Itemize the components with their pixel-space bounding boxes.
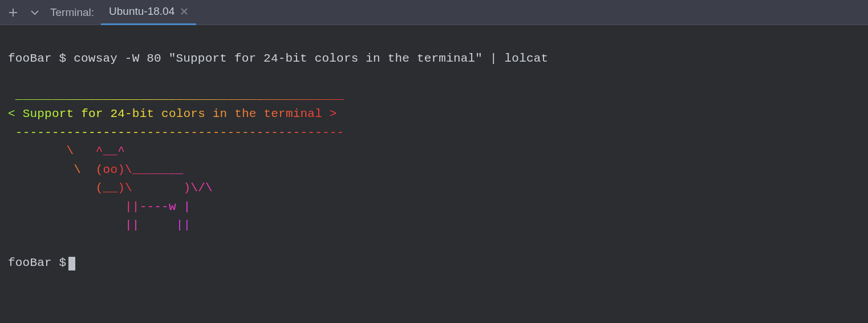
prompt-text: fooBar $ xyxy=(8,256,66,269)
plus-icon xyxy=(8,7,18,18)
cowsay-line: || || xyxy=(8,216,860,235)
terminal-tab-label: Ubuntu-18.04 xyxy=(109,5,175,18)
close-tab-button[interactable] xyxy=(180,7,188,15)
cowsay-line: ________________________________________… xyxy=(8,87,860,106)
close-icon xyxy=(180,7,188,15)
cowsay-output: ________________________________________… xyxy=(8,87,860,235)
tab-dropdown-button[interactable] xyxy=(25,3,44,22)
terminal-titlebar: Terminal: Ubuntu-18.04 xyxy=(0,0,868,25)
terminal-tab[interactable]: Ubuntu-18.04 xyxy=(101,0,196,25)
command-line: fooBar $ cowsay -W 80 "Support for 24-bi… xyxy=(8,50,860,68)
prompt-text: fooBar $ xyxy=(8,52,66,65)
cowsay-line: ----------------------------------------… xyxy=(8,124,860,143)
terminal-output[interactable]: fooBar $ cowsay -W 80 "Support for 24-bi… xyxy=(0,25,868,297)
command-text: cowsay -W 80 "Support for 24-bit colors … xyxy=(74,52,548,65)
terminal-title-label: Terminal: xyxy=(50,6,94,19)
cowsay-line: \ ^__^ xyxy=(8,142,860,161)
cowsay-line: ||----w | xyxy=(8,198,860,217)
ready-prompt-line: fooBar $ xyxy=(8,254,860,273)
cursor xyxy=(68,257,75,270)
cowsay-line: (__)\ )\/\ xyxy=(8,179,860,198)
chevron-down-icon xyxy=(30,7,40,18)
new-tab-button[interactable] xyxy=(3,3,23,22)
cowsay-line: \ (oo)\_______ xyxy=(8,161,860,180)
cowsay-line: < Support for 24-bit colors in the termi… xyxy=(8,105,860,124)
